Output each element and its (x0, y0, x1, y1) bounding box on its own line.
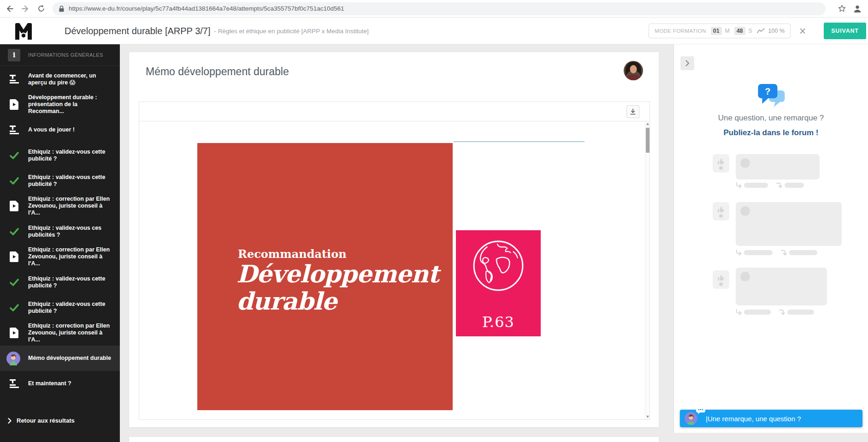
skeleton-reply-row (736, 182, 804, 188)
sidebar-item-ethiquiz-4[interactable]: Ethiquiz : validez-vous cette publicité … (0, 269, 120, 295)
page-reference: P.63 (456, 313, 541, 331)
lesson-title: Mémo développement durable (146, 66, 289, 78)
check-icon (8, 152, 20, 159)
slide-kicker: Recommandation (238, 247, 347, 261)
lock-icon (59, 6, 64, 12)
video-doc-icon (8, 328, 20, 338)
sidebar-item-a-vous-de-jouer[interactable]: A vous de jouer ! (0, 117, 120, 143)
skeleton-avatar (740, 206, 750, 216)
globe-icon (470, 238, 526, 296)
lesson-card: Mémo développement durable Recommandatio… (129, 52, 659, 427)
url-text: https://www.e-du.fr/course/play/5c77a4fb… (69, 5, 344, 12)
video-doc-icon (8, 251, 20, 262)
course-title-wrap: Développement durable [ARPP 3/7] - Règle… (65, 18, 369, 44)
sidebar-item-correction-3[interactable]: Ethiquiz : correction par Ellen Zevounou… (0, 320, 120, 346)
forum-panel: ? Une question, une remarque ? Publiez-l… (673, 44, 868, 433)
progress-chart-icon (757, 28, 765, 34)
document-viewer: Recommandation Développement durable (139, 102, 650, 420)
chat-input-placeholder: |Une remarque, une question ? (706, 415, 801, 423)
sidebar-section-title: INFORMATIONS GÉNÉRALES (28, 52, 103, 58)
download-button[interactable] (626, 105, 639, 118)
browser-toolbar: https://www.e-du.fr/course/play/5c77a4fb… (0, 0, 868, 18)
author-avatar (624, 61, 643, 80)
collapse-panel-button[interactable] (680, 56, 694, 70)
slide-cover: Recommandation Développement durable (197, 143, 453, 410)
refresh-icon[interactable] (35, 3, 47, 15)
course-title: Développement durable [ARPP 3/7] (65, 26, 211, 36)
sidebar-item-ethiquiz-2[interactable]: Ethiquiz : validez-vous cette publicité … (0, 168, 120, 193)
scrollbar-thumb[interactable] (646, 128, 650, 153)
slide-divider-line (454, 141, 585, 142)
sidebar-item-ethiquiz-3[interactable]: Ethiquiz : validez-vous ces publicités ? (0, 219, 120, 244)
bookmark-star-icon[interactable] (836, 3, 848, 15)
text-lesson-icon (8, 75, 20, 84)
close-icon[interactable]: × (796, 24, 809, 38)
sidebar-section-header: i INFORMATIONS GÉNÉRALES (0, 44, 120, 66)
sidebar-item-ethiquiz-1[interactable]: Ethiquiz : validez-vous cette publicité … (0, 143, 120, 168)
text-lesson-icon (8, 125, 20, 134)
slide-page-badge: P.63 (456, 230, 541, 336)
chevron-right-icon (685, 60, 690, 66)
svg-text:?: ? (765, 86, 770, 96)
skeleton-like-box (713, 270, 729, 289)
viewer-content: Recommandation Développement durable (139, 121, 650, 419)
sidebar-item-memo-developpement-durable[interactable]: Mémo développement durable (0, 346, 120, 371)
sidebar-item-presentation-recommandation[interactable]: Développement durable : présentation de … (0, 92, 120, 117)
course-outline-sidebar: i INFORMATIONS GÉNÉRALES Avant de commen… (0, 44, 120, 442)
skeleton-like-box (713, 154, 729, 173)
viewer-toolbar (139, 102, 650, 121)
lesson-avatar-icon (8, 351, 20, 366)
check-icon (8, 177, 20, 185)
sidebar-item-correction-2[interactable]: Ethiquiz : correction par Ellen Zevounou… (0, 244, 120, 269)
skeleton-comment (736, 268, 827, 305)
skeleton-like-box (713, 202, 729, 221)
skeleton-comment (736, 154, 820, 179)
info-icon: i (8, 49, 20, 61)
forum-publish-link[interactable]: Publiez-la dans le forum ! (674, 128, 868, 137)
slide-title: Développement durable (236, 260, 439, 315)
progress-value: 100 % (768, 28, 785, 34)
skeleton-reply-row (736, 309, 814, 315)
sidebar-item-apercu-du-pire[interactable]: Avant de commencer, un aperçu du pire 😱 (0, 66, 120, 92)
check-icon (8, 279, 20, 286)
timer-seconds-unit: S (749, 28, 752, 34)
skeleton-reply-row (736, 250, 817, 256)
video-doc-icon (8, 201, 20, 211)
text-lesson-icon (8, 379, 20, 388)
next-section-card-edge (129, 437, 659, 442)
skeleton-avatar (740, 272, 750, 281)
check-icon (8, 304, 20, 311)
scroll-down-arrow-icon[interactable] (646, 416, 649, 418)
sidebar-item-et-maintenant[interactable]: Et maintenant ? (0, 371, 120, 396)
app-header: Développement durable [ARPP 3/7] - Règle… (0, 18, 868, 44)
scroll-up-arrow-icon[interactable] (646, 123, 649, 125)
timer-minutes-unit: M (725, 28, 730, 34)
skeleton-comment (736, 202, 842, 246)
forum-prompt: Une question, une remarque ? (674, 113, 868, 123)
timer-seconds: 48 (734, 27, 745, 35)
check-icon (8, 228, 20, 235)
next-button[interactable]: SUIVANT (824, 23, 866, 39)
timer-minutes: 01 (711, 27, 722, 35)
forward-icon[interactable] (19, 3, 31, 15)
chevron-right-icon (8, 418, 12, 424)
question-bubbles-icon: ? (756, 83, 790, 112)
sidebar-item-ethiquiz-5[interactable]: Ethiquiz : validez-vous cette publicité … (0, 295, 120, 320)
skeleton-avatar (740, 158, 750, 168)
sidebar-item-list: Avant de commencer, un aperçu du pire 😱 … (0, 66, 120, 396)
mode-formation-box: MODE FORMATION 01 M 48 S 100 % (649, 24, 791, 38)
media-institute-logo-icon[interactable] (13, 21, 34, 42)
course-subtitle: - Règles et éthique en publicité [ARPP x… (214, 28, 369, 35)
chat-bubble-badge-icon (696, 406, 706, 416)
profile-icon[interactable] (851, 3, 863, 15)
viewer-scrollbar[interactable] (645, 121, 650, 419)
sidebar-item-correction-1[interactable]: Ethiquiz : correction par Ellen Zevounou… (0, 193, 120, 219)
back-to-results-link[interactable]: Retour aux résultats (8, 417, 75, 424)
video-doc-icon (8, 99, 20, 110)
url-bar[interactable]: https://www.e-du.fr/course/play/5c77a4fb… (53, 2, 826, 15)
back-icon[interactable] (4, 3, 16, 15)
chat-input-bar[interactable]: |Une remarque, une question ? (680, 410, 862, 427)
back-to-results-label: Retour aux résultats (17, 417, 75, 424)
mode-label: MODE FORMATION (655, 28, 706, 34)
download-icon (630, 108, 636, 115)
